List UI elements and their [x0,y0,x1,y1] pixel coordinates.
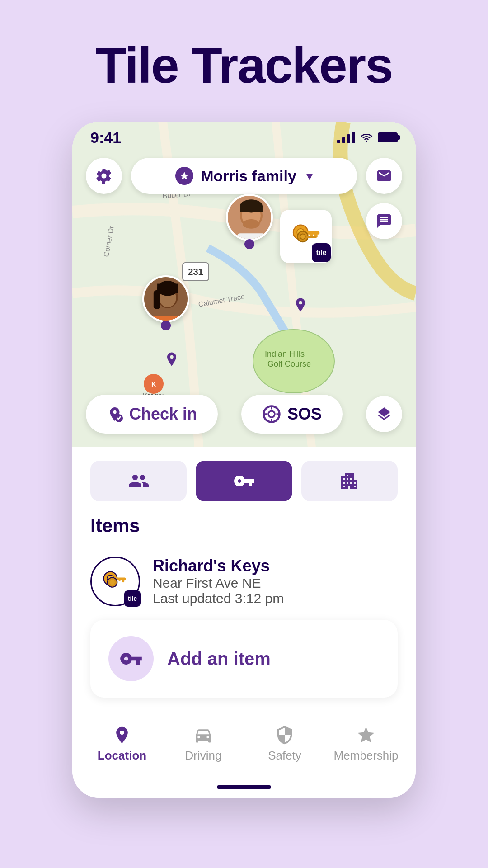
man-avatar-marker[interactable] [226,194,273,251]
building-icon [338,470,360,492]
layers-icon [376,406,392,422]
family-selector[interactable]: Morris family ▾ [131,158,357,194]
item-updated: Last updated 3:12 pm [153,591,284,606]
driving-nav-icon [193,725,213,745]
mail-button[interactable] [366,158,402,194]
wifi-icon [360,132,373,142]
chat-button[interactable] [366,203,402,239]
svg-rect-44 [122,579,124,582]
gear-icon [95,167,113,184]
check-in-button[interactable]: Check in [86,395,218,434]
svg-point-47 [110,580,115,585]
tile-badge-item: tile [124,590,141,607]
tile-badge: tile [312,243,331,262]
tab-building[interactable] [301,461,398,501]
nav-item-membership[interactable]: Membership [325,725,407,763]
nav-label-membership: Membership [333,749,398,763]
check-in-label: Check in [129,405,197,424]
battery-icon [378,132,398,142]
settings-button[interactable] [86,158,122,194]
nav-label-driving: Driving [185,749,222,763]
svg-text:Golf Course: Golf Course [267,359,311,368]
home-indicator-wrap [72,776,416,798]
item-row[interactable]: tile Richard's Keys Near First Ave NE La… [90,547,398,615]
phone-mockup: Indian Hills Golf Course Butler Dr Comer… [72,122,416,798]
avatar-pin [244,239,254,249]
status-time: 9:41 [90,129,121,146]
add-item-label: Add an item [167,649,271,669]
add-item-card[interactable]: Add an item [90,620,398,698]
svg-text:231: 231 [188,267,203,277]
avatar-pin-2 [161,321,171,330]
tab-people[interactable] [90,461,187,501]
item-location: Near First Ave NE [153,576,284,591]
nav-label-safety: Safety [268,749,301,763]
safety-nav-icon [275,725,295,745]
people-icon [128,470,150,492]
map-bottom-controls: Check in SOS [86,395,402,434]
sos-button[interactable]: SOS [241,395,343,434]
key-add-icon [119,647,143,670]
location-nav-icon [112,725,132,745]
keys-tracker-marker[interactable]: tile [280,210,332,263]
status-bar: 9:41 [72,122,416,153]
sos-icon [262,405,281,424]
chat-icon [376,213,392,229]
item-details: Richard's Keys Near First Ave NE Last up… [153,557,284,606]
svg-point-32 [300,234,305,240]
svg-rect-33 [307,236,316,238]
tab-row [90,461,398,501]
location-pin-1 [294,298,307,318]
location-pin-2 [165,352,178,372]
svg-rect-23 [157,284,178,293]
membership-nav-icon [356,725,376,745]
svg-rect-24 [154,290,160,309]
nav-label-location: Location [98,749,146,763]
svg-text:Indian Hills: Indian Hills [265,349,305,359]
svg-rect-28 [306,231,319,235]
sos-label: SOS [287,405,322,424]
status-icons [337,132,398,143]
svg-rect-45 [118,579,120,581]
bottom-nav: Location Driving Safety Membership [72,716,416,776]
bottom-content: Items tile [72,447,416,716]
signal-icon [337,132,355,143]
svg-rect-16 [240,206,263,212]
family-star-icon [175,167,193,185]
page-title: Tile Trackers [96,36,393,94]
map-area: Indian Hills Golf Course Butler Dr Comer… [72,122,416,447]
tab-keys[interactable] [196,461,292,501]
svg-point-36 [268,411,275,417]
home-indicator [217,785,271,789]
key-icon [233,470,255,492]
woman-avatar-marker[interactable] [142,275,189,332]
family-name-label: Morris family [201,167,296,185]
add-item-icon-wrap [108,636,154,681]
svg-text:K: K [151,381,156,388]
nav-item-safety[interactable]: Safety [244,725,325,763]
nav-item-driving[interactable]: Driving [163,725,244,763]
item-icon: tile [90,557,140,606]
page-background: Tile Trackers Indian Hills Golf Course [0,0,488,868]
layers-button[interactable] [366,396,402,432]
svg-point-17 [243,219,259,229]
nav-item-location[interactable]: Location [81,725,163,763]
mail-icon [376,168,392,184]
checkin-icon [107,406,123,422]
items-section-label: Items [90,515,398,537]
chevron-down-icon: ▾ [306,169,313,184]
item-name: Richard's Keys [153,557,284,576]
